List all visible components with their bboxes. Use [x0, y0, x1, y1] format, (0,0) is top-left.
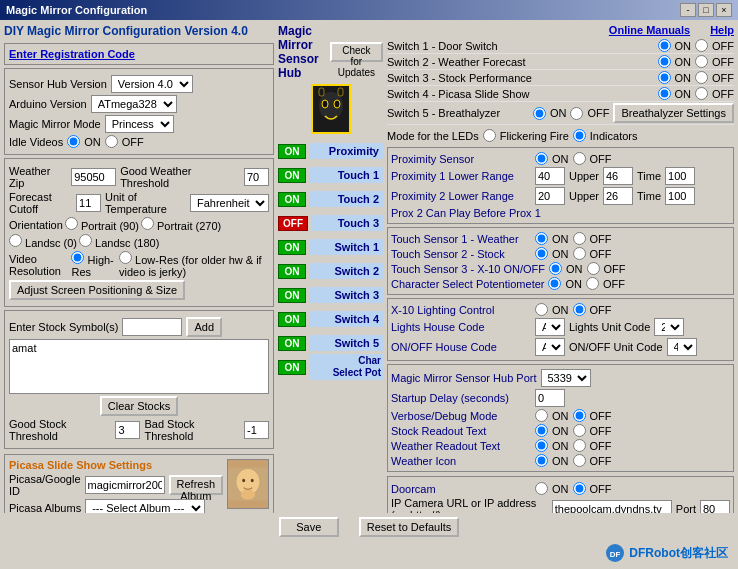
led-mode-indicators-radio[interactable] — [573, 129, 586, 142]
title-bar: Magic Mirror Configuration - □ × — [0, 0, 738, 20]
x10-on-radio[interactable] — [535, 303, 548, 316]
char-pot-label: Character Select Potentiometer — [391, 278, 544, 290]
verbose-off-radio[interactable] — [573, 409, 586, 422]
switch2-badge[interactable]: ON — [278, 264, 306, 279]
unit-of-temperature-select[interactable]: Fahrenheit — [190, 194, 269, 212]
weather-icon-off-radio[interactable] — [573, 454, 586, 467]
led-mode-flickering-radio[interactable] — [483, 129, 496, 142]
switch4-on-radio[interactable] — [658, 87, 671, 100]
prox2-upper-input[interactable] — [603, 187, 633, 205]
touch1-badge[interactable]: ON — [278, 168, 306, 183]
verbose-on-radio[interactable] — [535, 409, 548, 422]
forecast-cutoff-input[interactable] — [76, 194, 101, 212]
idle-videos-off-radio[interactable] — [105, 135, 118, 148]
touch1-off-radio[interactable] — [573, 232, 586, 245]
check-updates-button[interactable]: Check for Updates — [330, 42, 383, 62]
switch2-off-radio[interactable] — [695, 55, 708, 68]
touch2-off-radio[interactable] — [573, 247, 586, 260]
idle-videos-on-radio[interactable] — [67, 135, 80, 148]
stock-symbol-input[interactable] — [122, 318, 182, 336]
switch3-on-radio[interactable] — [658, 71, 671, 84]
touch3-badge[interactable]: OFF — [278, 216, 308, 231]
prox2-time-input[interactable] — [665, 187, 695, 205]
prox1-upper-input[interactable] — [603, 167, 633, 185]
switch1-on-radio[interactable] — [658, 39, 671, 52]
orient-portrait270-radio[interactable] — [141, 217, 154, 230]
switch1-off-radio[interactable] — [695, 39, 708, 52]
switch2-on-radio[interactable] — [658, 55, 671, 68]
vidres-high-radio[interactable] — [71, 251, 84, 264]
x10-off-radio[interactable] — [573, 303, 586, 316]
lights-house-code-select[interactable]: A — [535, 318, 565, 336]
onoff-unit-code-select[interactable]: 4 — [667, 338, 697, 356]
vidres-low-radio[interactable] — [119, 251, 132, 264]
save-button[interactable]: Save — [279, 517, 339, 537]
startup-delay-input[interactable] — [535, 389, 565, 407]
refresh-album-button[interactable]: Refresh Album List — [169, 475, 224, 495]
hub-port-section: Magic Mirror Sensor Hub Port 5339 Startu… — [387, 364, 734, 472]
switch5-badge[interactable]: ON — [278, 336, 306, 351]
picasa-albums-select[interactable]: --- Select Album --- — [85, 499, 205, 513]
window-controls[interactable]: - □ × — [680, 3, 732, 17]
switch4-off-radio[interactable] — [695, 87, 708, 100]
lights-unit-code-select[interactable]: 2 — [654, 318, 684, 336]
ip-camera-url-input[interactable] — [552, 500, 672, 513]
switch3-badge[interactable]: ON — [278, 288, 306, 303]
arduino-version-select[interactable]: ATmega328 — [91, 95, 177, 113]
online-manuals-link[interactable]: Online Manuals — [609, 24, 690, 36]
prox1-lower-input[interactable] — [535, 167, 565, 185]
touch2-badge[interactable]: ON — [278, 192, 306, 207]
magic-mirror-mode-select[interactable]: Princess — [105, 115, 174, 133]
reset-defaults-button[interactable]: Reset to Defaults — [359, 517, 459, 537]
clear-stocks-button[interactable]: Clear Stocks — [100, 396, 178, 416]
startup-delay-label: Startup Delay (seconds) — [391, 392, 531, 404]
sensor-item-switch4: ON Switch 4 — [278, 308, 383, 330]
doorcam-off-radio[interactable] — [573, 482, 586, 495]
proximity-off-radio[interactable] — [573, 152, 586, 165]
touch3-off-radio[interactable] — [587, 262, 600, 275]
char-pot-off-radio[interactable] — [586, 277, 599, 290]
prox2-lower-input[interactable] — [535, 187, 565, 205]
help-link[interactable]: Help — [710, 24, 734, 36]
orient-portrait90-radio[interactable] — [65, 217, 78, 230]
adjust-screen-button[interactable]: Adjust Screen Positioning & Size — [9, 280, 185, 300]
prox1-time-input[interactable] — [665, 167, 695, 185]
weather-readout-off-radio[interactable] — [573, 439, 586, 452]
ip-camera-url-label: IP Camera URL or IP address (no http://) — [391, 497, 548, 513]
onoff-house-code-select[interactable]: A — [535, 338, 565, 356]
switch4-badge[interactable]: ON — [278, 312, 306, 327]
breathalyzer-settings-button[interactable]: Breathalyzer Settings — [613, 103, 734, 123]
port-input[interactable] — [700, 500, 730, 513]
hub-port-select[interactable]: 5339 — [541, 369, 591, 387]
picasa-google-id-input[interactable] — [85, 476, 165, 494]
switch1-badge[interactable]: ON — [278, 240, 306, 255]
picasa-section: Picasa Slide Show Settings Picasa/Google… — [4, 454, 274, 513]
weather-zip-input[interactable] — [71, 168, 116, 186]
stock-readout-off-radio[interactable] — [573, 424, 586, 437]
good-stock-input[interactable] — [115, 421, 140, 439]
proximity-badge[interactable]: ON — [278, 144, 306, 159]
good-weather-threshold-input[interactable] — [244, 168, 269, 186]
orient-landsc180-radio[interactable] — [79, 234, 92, 247]
maximize-button[interactable]: □ — [698, 3, 714, 17]
switch3-off-radio[interactable] — [695, 71, 708, 84]
char-pot-on-radio[interactable] — [548, 277, 561, 290]
bad-stock-input[interactable] — [244, 421, 269, 439]
minimize-button[interactable]: - — [680, 3, 696, 17]
orient-landsc0-radio[interactable] — [9, 234, 22, 247]
stock-readout-on-radio[interactable] — [535, 424, 548, 437]
proximity-on-radio[interactable] — [535, 152, 548, 165]
touch2-on-radio[interactable] — [535, 247, 548, 260]
switch5-on-radio[interactable] — [533, 107, 546, 120]
add-stock-button[interactable]: Add — [186, 317, 222, 337]
doorcam-on-radio[interactable] — [535, 482, 548, 495]
char-badge[interactable]: ON — [278, 360, 306, 375]
registration-label[interactable]: Enter Registration Code — [9, 48, 135, 60]
touch1-on-radio[interactable] — [535, 232, 548, 245]
close-button[interactable]: × — [716, 3, 732, 17]
weather-readout-on-radio[interactable] — [535, 439, 548, 452]
weather-icon-on-radio[interactable] — [535, 454, 548, 467]
switch5-off-radio[interactable] — [570, 107, 583, 120]
touch3-on-radio[interactable] — [549, 262, 562, 275]
sensor-hub-version-select[interactable]: Version 4.0 — [111, 75, 193, 93]
